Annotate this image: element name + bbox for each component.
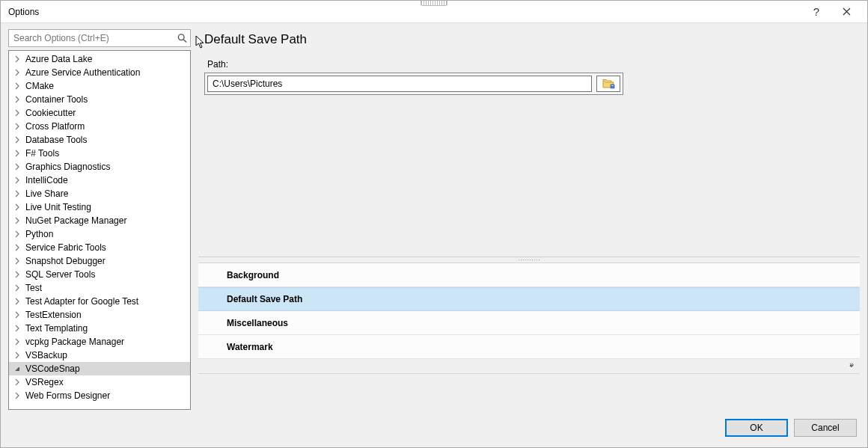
tree-item[interactable]: Azure Data Lake: [9, 52, 190, 66]
tree-item-label: Python: [25, 229, 53, 239]
svg-line-1: [183, 40, 186, 43]
chevron-right-icon[interactable]: [13, 150, 21, 157]
tree-item[interactable]: VSBackup: [9, 349, 190, 362]
tree-item[interactable]: vcpkg Package Manager: [9, 335, 190, 349]
chevron-right-icon[interactable]: [13, 109, 21, 117]
search-input[interactable]: [8, 29, 191, 47]
section-item[interactable]: Background: [198, 263, 860, 287]
tree-item[interactable]: IntelliCode: [9, 174, 190, 187]
path-row: C:\Users\Pictures: [204, 73, 623, 95]
chevron-down-icon[interactable]: »˅: [849, 362, 852, 371]
close-button[interactable]: [831, 1, 861, 22]
tree-item[interactable]: Azure Service Authentication: [9, 66, 190, 79]
tree-item[interactable]: TestExtension: [9, 308, 190, 322]
tree-item-label: SQL Server Tools: [25, 269, 95, 280]
path-group: Path: C:\Users\Pictures: [204, 55, 860, 95]
tree-item[interactable]: CMake: [9, 79, 190, 93]
chevron-right-icon[interactable]: [13, 69, 21, 76]
tree-item[interactable]: Test Adapter for Google Test: [9, 295, 190, 308]
chevron-right-icon[interactable]: [13, 392, 21, 399]
chevron-right-icon[interactable]: [13, 378, 21, 386]
svg-rect-3: [611, 85, 613, 86]
chevron-right-icon[interactable]: [13, 203, 21, 211]
dialog-footer: OK Cancel: [1, 414, 867, 447]
section-item[interactable]: Miscellaneous: [198, 311, 860, 335]
chevron-right-icon[interactable]: [13, 230, 21, 238]
tree-item-label: Azure Data Lake: [25, 54, 92, 64]
chevron-right-icon[interactable]: [13, 177, 21, 184]
tree-item-label: Text Templating: [25, 323, 88, 334]
panel-spacer: [198, 95, 860, 257]
tree-item[interactable]: Live Share: [9, 187, 190, 200]
svg-rect-2: [611, 85, 614, 88]
tree-item-label: VSRegex: [25, 377, 64, 387]
chevron-right-icon[interactable]: [13, 271, 21, 278]
svg-point-0: [178, 34, 184, 40]
chevron-right-icon[interactable]: [13, 244, 21, 251]
tree-item-label: VSCodeSnap: [25, 363, 80, 374]
tree-item-label: Test Adapter for Google Test: [25, 296, 138, 307]
options-tree[interactable]: Azure Data LakeAzure Service Authenticat…: [8, 50, 191, 410]
chevron-right-icon[interactable]: [13, 136, 21, 144]
tree-item[interactable]: Service Fabric Tools: [9, 241, 190, 254]
splitter-grip[interactable]: [198, 257, 860, 263]
search-icon: [177, 34, 187, 43]
help-button[interactable]: ?: [801, 1, 831, 22]
left-column: Azure Data LakeAzure Service Authenticat…: [8, 29, 191, 410]
chevron-right-icon[interactable]: [13, 123, 21, 130]
tree-item-label: vcpkg Package Manager: [25, 337, 124, 347]
chevron-right-icon[interactable]: [13, 284, 21, 292]
tree-item[interactable]: Web Forms Designer: [9, 389, 190, 402]
page-heading: Default Save Path: [198, 29, 860, 55]
tree-item-label: TestExtension: [25, 310, 82, 320]
path-suffix: Pictures: [250, 79, 282, 89]
search-wrap: [8, 29, 191, 47]
ok-button[interactable]: OK: [725, 419, 788, 437]
cancel-button[interactable]: Cancel: [794, 419, 857, 437]
tree-item-label: NuGet Package Manager: [25, 215, 126, 226]
chevron-right-icon[interactable]: [13, 55, 21, 63]
window-title: Options: [8, 7, 39, 17]
tree-item[interactable]: VSCodeSnap: [9, 362, 190, 375]
tree-item[interactable]: SQL Server Tools: [9, 268, 190, 281]
chevron-right-icon[interactable]: [13, 311, 21, 319]
tree-item-label: Service Fabric Tools: [25, 242, 106, 253]
tree-item[interactable]: Snapshot Debugger: [9, 254, 190, 268]
titlebar-grip: [421, 0, 447, 6]
tree-item[interactable]: Container Tools: [9, 93, 190, 106]
tree-item[interactable]: Test: [9, 281, 190, 295]
path-input[interactable]: C:\Users\Pictures: [207, 76, 592, 92]
section-item[interactable]: Watermark: [198, 335, 860, 359]
chevron-right-icon[interactable]: [13, 96, 21, 103]
section-item[interactable]: Default Save Path: [198, 287, 860, 311]
tree-item[interactable]: NuGet Package Manager: [9, 214, 190, 227]
tree-item-label: Container Tools: [25, 94, 88, 105]
tree-item-label: Live Share: [25, 188, 68, 199]
tree-item[interactable]: Python: [9, 227, 190, 241]
chevron-right-icon[interactable]: [13, 298, 21, 305]
chevron-right-icon[interactable]: [13, 325, 21, 332]
chevron-right-icon[interactable]: [13, 163, 21, 171]
tree-item[interactable]: Text Templating: [9, 322, 190, 335]
chevron-expanded-icon[interactable]: [13, 365, 21, 372]
tree-item[interactable]: Cross Platform: [9, 120, 190, 133]
chevron-right-icon[interactable]: [13, 257, 21, 265]
tree-item[interactable]: Database Tools: [9, 133, 190, 147]
tree-item-label: Azure Service Authentication: [25, 67, 140, 78]
titlebar: Options ?: [1, 1, 867, 23]
chevron-right-icon[interactable]: [13, 217, 21, 224]
chevron-right-icon[interactable]: [13, 190, 21, 197]
tree-item-label: VSBackup: [25, 350, 67, 360]
tree-item[interactable]: Live Unit Testing: [9, 200, 190, 214]
tree-item-label: Test: [25, 283, 42, 293]
tree-item[interactable]: VSRegex: [9, 375, 190, 389]
tree-item[interactable]: Graphics Diagnostics: [9, 160, 190, 174]
tree-item[interactable]: Cookiecutter: [9, 106, 190, 120]
tree-item[interactable]: F# Tools: [9, 147, 190, 160]
section-list: BackgroundDefault Save PathMiscellaneous…: [198, 263, 860, 359]
chevron-right-icon[interactable]: [13, 352, 21, 359]
path-prefix: C:\Users\: [213, 79, 250, 89]
chevron-right-icon[interactable]: [13, 82, 21, 90]
browse-button[interactable]: [596, 76, 620, 92]
chevron-right-icon[interactable]: [13, 338, 21, 346]
